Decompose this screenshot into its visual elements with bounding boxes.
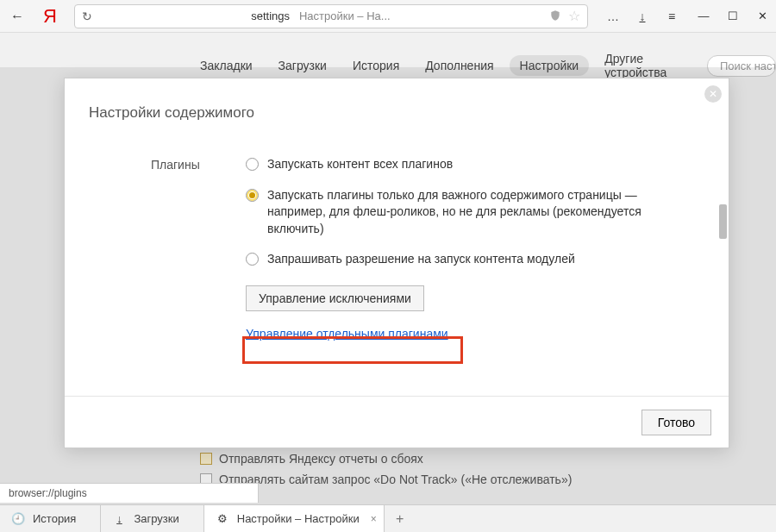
bottom-tab-downloads[interactable]: ↓ Загрузки	[101, 505, 203, 532]
radio-label: Запускать плагины только для важного сод…	[267, 187, 673, 238]
close-tab-icon[interactable]: ×	[371, 513, 377, 525]
tab-label: Загрузки	[134, 512, 178, 525]
more-icon[interactable]: …	[605, 9, 621, 23]
radio-important-only[interactable]: Запускать плагины только для важного сод…	[246, 187, 703, 238]
section-content: Запускать контент всех плагинов Запускат…	[246, 156, 711, 341]
section-label: Плагины	[151, 156, 246, 341]
modal-footer: Готово	[65, 396, 729, 448]
menu-icon[interactable]: ≡	[664, 9, 679, 23]
downloads-icon[interactable]: ↓	[635, 9, 650, 23]
address-page: Настройки – На...	[293, 9, 391, 22]
tab-label: История	[33, 512, 76, 525]
radio-icon	[246, 189, 259, 202]
shield-icon[interactable]	[549, 9, 563, 23]
address-bar[interactable]: ↻ settings Настройки – На... ☆	[74, 4, 588, 28]
close-icon[interactable]: ✕	[704, 85, 722, 103]
radio-ask[interactable]: Запрашивать разрешение на запуск контент…	[246, 251, 703, 268]
radio-label: Запрашивать разрешение на запуск контент…	[267, 251, 575, 268]
modal-title: Настройки содержимого	[65, 78, 729, 135]
bottom-tab-strip: 🕘 История ↓ Загрузки ⚙ Настройки – Настр…	[0, 504, 776, 532]
bookmark-star-icon[interactable]: ☆	[568, 8, 580, 24]
tab-label: Настройки – Настройки	[237, 512, 360, 525]
radio-icon	[246, 253, 259, 266]
status-bar: browser://plugins	[0, 483, 259, 503]
plugins-section: Плагины Запускать контент всех плагинов …	[65, 156, 711, 341]
content-settings-modal: ✕ Настройки содержимого Плагины Запускат…	[64, 78, 729, 448]
radio-label: Запускать контент всех плагинов	[267, 156, 453, 173]
scrollbar-thumb[interactable]	[719, 204, 727, 239]
reload-icon[interactable]: ↻	[82, 9, 92, 23]
radio-icon	[246, 158, 259, 171]
radio-run-all[interactable]: Запускать контент всех плагинов	[246, 156, 703, 173]
close-window-button[interactable]: ✕	[755, 9, 769, 22]
yandex-logo[interactable]: Я	[43, 5, 57, 28]
gear-icon: ⚙	[216, 513, 228, 525]
clock-icon: 🕘	[12, 513, 24, 525]
address-text: settings Настройки – На...	[99, 9, 542, 22]
done-button[interactable]: Готово	[641, 410, 711, 435]
address-prefix: settings	[251, 9, 290, 22]
minimize-button[interactable]: —	[697, 9, 710, 22]
bottom-tab-settings[interactable]: ⚙ Настройки – Настройки ×	[204, 505, 385, 532]
download-icon: ↓	[113, 513, 125, 525]
plugins-link-row: Управление отдельными плагинами	[246, 327, 703, 341]
modal-body[interactable]: Плагины Запускать контент всех плагинов …	[65, 139, 729, 396]
chrome-right-icons: … ↓ ≡	[597, 9, 688, 23]
back-button[interactable]: ←	[7, 9, 28, 24]
browser-chrome: ← Я ↻ settings Настройки – На... ☆ … ↓ ≡…	[0, 0, 776, 33]
maximize-button[interactable]: ☐	[726, 9, 740, 22]
bottom-tab-history[interactable]: 🕘 История	[0, 505, 101, 532]
exceptions-button[interactable]: Управление исключениями	[246, 285, 424, 311]
window-controls: — ☐ ✕	[697, 9, 769, 22]
manage-plugins-link[interactable]: Управление отдельными плагинами	[246, 327, 448, 341]
new-tab-button[interactable]: +	[385, 505, 416, 532]
